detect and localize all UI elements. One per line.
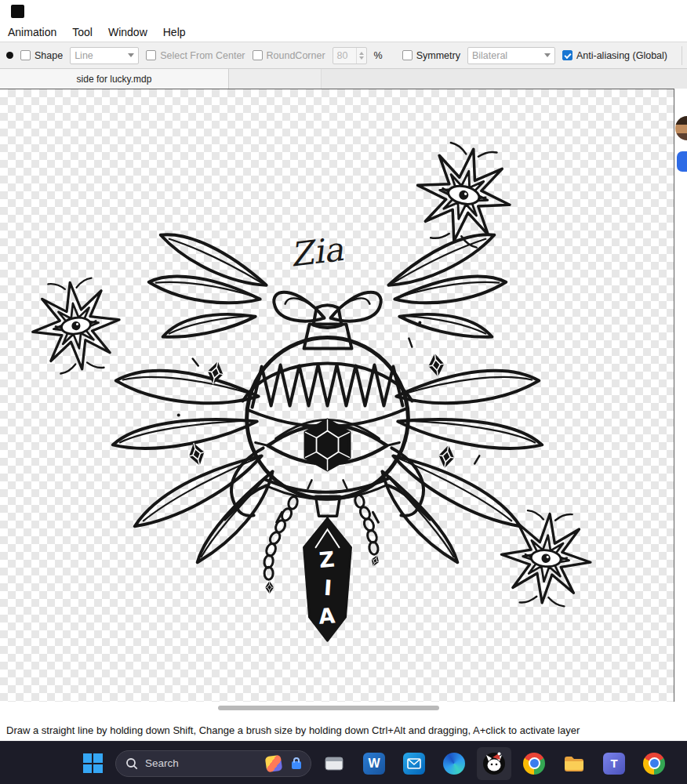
avatar[interactable]	[675, 116, 687, 140]
right-edge-gutter	[674, 89, 687, 702]
roundcorner-unit: %	[374, 50, 383, 61]
shape-type-select[interactable]: Line	[70, 47, 139, 64]
crystal-letter: I	[323, 575, 333, 601]
workspace: Z I A Zia	[0, 89, 687, 702]
horizontal-scrollbar[interactable]	[0, 702, 687, 714]
taskbar-file-explorer[interactable]	[557, 747, 591, 780]
scrollbar-thumb[interactable]	[218, 706, 439, 710]
taskbar-edge[interactable]	[437, 747, 471, 780]
menu-tool[interactable]: Tool	[64, 26, 100, 38]
crystal-letter: Z	[318, 546, 336, 572]
status-hint: Draw a straight line by holding down Shi…	[6, 724, 580, 736]
drawing-canvas[interactable]: Z I A Zia	[0, 89, 674, 702]
cat-paint-app-icon	[482, 752, 506, 775]
menubar: Animation Tool Window Help	[0, 22, 687, 42]
app-window-icon	[323, 753, 345, 775]
document-tabbar: side for lucky.mdp	[0, 69, 687, 89]
chrome-icon	[643, 753, 665, 775]
taskbar-teams[interactable]: T	[597, 747, 631, 780]
tab-title: side for lucky.mdp	[77, 74, 152, 85]
shopping-bag-icon[interactable]	[289, 756, 304, 771]
taskbar-word[interactable]: W	[357, 747, 391, 780]
spinner-arrows-icon[interactable]	[356, 48, 366, 64]
chevron-down-icon	[544, 53, 551, 57]
select-from-center-label: Select From Center	[160, 50, 245, 61]
teams-glyph: T	[610, 757, 617, 770]
roundcorner-value: 80	[333, 50, 356, 61]
menu-animation[interactable]: Animation	[0, 26, 64, 38]
roundcorner-spinbox[interactable]: 80	[333, 47, 367, 64]
search-highlight-icon[interactable]	[265, 754, 283, 772]
taskbar-paint-app[interactable]	[477, 747, 511, 780]
symmetry-select[interactable]: Bilateral	[467, 47, 555, 64]
symmetry-group[interactable]: Symmetry	[402, 50, 460, 61]
menu-help[interactable]: Help	[155, 26, 194, 38]
antialiasing-group[interactable]: Anti-aliasing (Global)	[562, 50, 667, 61]
word-icon: W	[363, 753, 385, 775]
symmetry-checkbox[interactable]	[402, 50, 413, 60]
taskbar-outlook[interactable]	[397, 747, 431, 780]
menu-window[interactable]: Window	[100, 26, 155, 38]
roundcorner-checkbox[interactable]	[253, 50, 263, 60]
antialiasing-label: Anti-aliasing (Global)	[576, 50, 667, 61]
crystal-letter: A	[318, 603, 336, 628]
roundcorner-group[interactable]: RoundCorner	[253, 50, 325, 61]
select-from-center-checkbox[interactable]	[146, 50, 156, 60]
teams-icon: T	[603, 753, 625, 775]
tool-options-toolbar: Shape Line Select From Center RoundCorne…	[0, 42, 687, 69]
taskbar: Search W	[0, 741, 687, 784]
word-glyph: W	[368, 757, 380, 771]
search-label: Search	[145, 757, 179, 769]
statusbar: Draw a straight line by holding down Shi…	[0, 714, 687, 741]
toolbar-separator	[682, 46, 682, 65]
antialiasing-checkbox[interactable]	[562, 50, 572, 60]
shape-label: Shape	[35, 50, 63, 61]
folder-icon	[562, 752, 586, 775]
windows-logo-icon	[83, 753, 103, 773]
canvas-artwork: Z I A Zia	[0, 89, 674, 702]
brush-dot-icon	[6, 52, 13, 59]
crystal-pendant: Z I A	[304, 518, 351, 641]
search-icon	[125, 757, 138, 770]
outlook-icon	[403, 753, 425, 775]
chrome-icon	[523, 753, 545, 775]
shape-type-value: Line	[75, 50, 93, 61]
roundcorner-label: RoundCorner	[267, 50, 325, 61]
chevron-down-icon	[128, 53, 134, 57]
tab-side-for-lucky[interactable]: side for lucky.mdp	[0, 69, 229, 89]
start-button[interactable]	[75, 747, 110, 780]
taskbar-chrome[interactable]	[517, 747, 551, 780]
edge-icon	[443, 753, 465, 775]
symmetry-label: Symmetry	[416, 50, 460, 61]
app-icon	[11, 5, 24, 18]
taskbar-chrome-2[interactable]	[637, 747, 671, 780]
symmetry-value: Bilateral	[472, 50, 507, 61]
select-from-center-group[interactable]: Select From Center	[146, 50, 245, 61]
taskbar-app-window[interactable]	[317, 747, 351, 780]
tabbar-extension	[229, 69, 322, 89]
shape-checkbox[interactable]	[20, 50, 31, 60]
edge-widget-icon[interactable]	[677, 151, 687, 172]
shape-checkbox-group[interactable]: Shape	[20, 50, 63, 61]
artist-signature: Zia	[288, 230, 345, 274]
taskbar-search[interactable]: Search	[115, 750, 311, 777]
window-top-strip	[0, 0, 687, 22]
